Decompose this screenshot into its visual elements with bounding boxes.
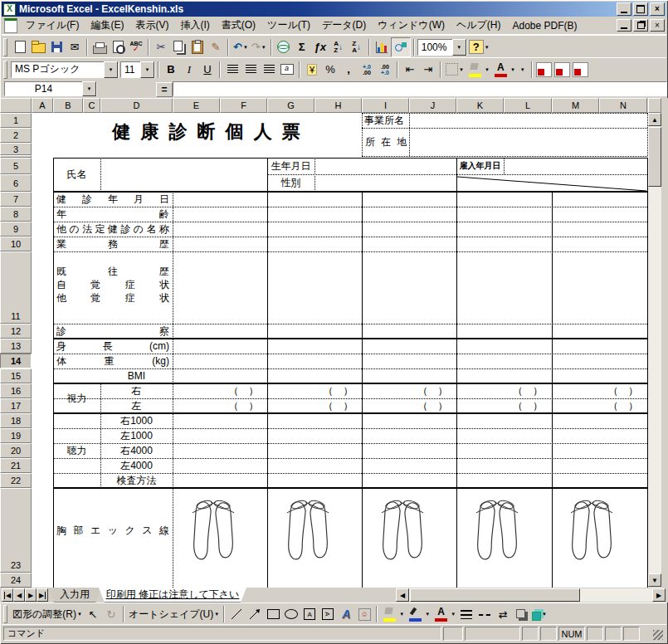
align-left-button[interactable]: [223, 61, 241, 79]
fill-color-button[interactable]: ▼: [466, 61, 491, 79]
column-header-e[interactable]: E: [173, 98, 220, 113]
font-size-dropdown-icon[interactable]: ▼: [140, 61, 154, 78]
menu-edit[interactable]: 編集(E): [85, 16, 129, 35]
row-header-21[interactable]: 21: [0, 458, 32, 473]
row-header-1[interactable]: 1: [0, 113, 32, 128]
column-header-g[interactable]: G: [267, 98, 314, 113]
percent-button[interactable]: %: [321, 61, 339, 79]
free-rotate-button[interactable]: ↻: [102, 605, 120, 623]
column-header-k[interactable]: K: [456, 98, 504, 113]
convert-to-pdf-review-button[interactable]: [572, 61, 590, 79]
row-header-15[interactable]: 15: [0, 368, 32, 383]
bold-button[interactable]: B: [162, 61, 180, 79]
undo-button[interactable]: ↶▼: [232, 38, 250, 56]
name-box-dropdown-icon[interactable]: ▼: [82, 81, 96, 96]
doc-minimize-button[interactable]: [617, 19, 631, 32]
align-center-button[interactable]: [241, 61, 260, 79]
zoom-dropdown-icon[interactable]: ▼: [452, 39, 466, 56]
select-objects-button[interactable]: ↖: [84, 605, 102, 623]
toolbar-grip[interactable]: [3, 605, 7, 623]
font-dropdown-icon[interactable]: ▼: [104, 61, 118, 78]
row-header-11[interactable]: 11: [0, 251, 32, 324]
workbook-icon[interactable]: [4, 18, 17, 33]
row-header-13[interactable]: 13: [0, 339, 32, 354]
row-header-20[interactable]: 20: [0, 443, 32, 458]
lung-diagram[interactable]: [189, 495, 237, 568]
tab-previous-button[interactable]: ◀: [13, 588, 25, 602]
row-header-5[interactable]: 5: [0, 158, 32, 174]
row-header-17[interactable]: 17: [0, 398, 32, 413]
row-header-22[interactable]: 22: [0, 473, 32, 488]
toolbar-grip[interactable]: [3, 38, 7, 56]
sheet-tab-print-active[interactable]: 印刷用 修正は注意して下さい: [99, 588, 246, 603]
font-size-combobox[interactable]: 11 ▼: [120, 61, 155, 78]
draw-menu-button[interactable]: 図形の調整(R)▼: [11, 605, 84, 623]
chart-wizard-button[interactable]: [373, 38, 391, 56]
menu-file[interactable]: ファイル(F): [20, 16, 85, 35]
title-bar[interactable]: X Microsoft Excel - ExcelKenshin.xls ×: [2, 2, 666, 17]
doc-restore-button[interactable]: [633, 19, 648, 32]
paste-button[interactable]: [188, 38, 207, 56]
maximize-button[interactable]: [633, 2, 648, 16]
text-box-button[interactable]: A: [300, 605, 319, 623]
underline-button[interactable]: U: [198, 61, 217, 79]
menu-view[interactable]: 表示(V): [129, 16, 174, 35]
column-header-l[interactable]: L: [504, 98, 552, 113]
autoshapes-menu-button[interactable]: オートシェイプ(U)▼: [127, 605, 221, 623]
row-header-8[interactable]: 8: [0, 207, 32, 222]
decrease-decimal-button[interactable]: .00+.0: [376, 61, 394, 79]
toolbar-grip[interactable]: [3, 61, 7, 79]
copy-button[interactable]: [170, 38, 188, 56]
column-header-c[interactable]: C: [83, 98, 100, 113]
column-header-b[interactable]: B: [53, 98, 83, 113]
increase-indent-button[interactable]: ⇥: [419, 61, 437, 79]
lung-diagram[interactable]: [568, 495, 616, 568]
column-header-m[interactable]: M: [552, 98, 599, 113]
lung-diagram[interactable]: [473, 495, 521, 568]
line-button[interactable]: [227, 605, 246, 623]
sheet-tab-input[interactable]: 入力用: [48, 588, 101, 603]
menu-adobe-pdf[interactable]: Adobe PDF(B): [506, 17, 583, 34]
column-header-a[interactable]: A: [32, 98, 53, 113]
row-header-14-selected[interactable]: 14: [0, 354, 32, 368]
help-button[interactable]: ? ▼: [467, 38, 491, 56]
shadow-button[interactable]: [512, 605, 530, 623]
scroll-right-button[interactable]: ▶: [652, 588, 666, 602]
horizontal-scrollbar-thumb[interactable]: [410, 588, 580, 602]
row-header-9[interactable]: 9: [0, 222, 32, 237]
font-name-combobox[interactable]: MS Pゴシック ▼: [11, 61, 119, 78]
lung-diagram[interactable]: [284, 495, 332, 568]
scroll-left-button[interactable]: ◀: [396, 588, 409, 602]
email-button[interactable]: ✉: [66, 38, 84, 56]
vertical-scrollbar[interactable]: ▲ ▼: [648, 113, 661, 588]
column-header-n[interactable]: N: [599, 98, 647, 113]
font-color-button-drawing[interactable]: A▼: [432, 605, 457, 623]
menu-tools[interactable]: ツール(T): [261, 16, 316, 35]
line-style-button[interactable]: [457, 605, 475, 623]
line-color-button[interactable]: ▼: [406, 605, 432, 623]
column-header-i[interactable]: I: [362, 98, 409, 113]
horizontal-scrollbar[interactable]: ◀ ▶: [396, 588, 666, 602]
rectangle-button[interactable]: [264, 605, 282, 623]
row-header-23[interactable]: 23: [0, 488, 32, 573]
row-header-7[interactable]: 7: [0, 192, 32, 207]
minimize-button[interactable]: [617, 2, 631, 16]
column-header-d[interactable]: D: [100, 98, 173, 113]
row-header-16[interactable]: 16: [0, 383, 32, 398]
cut-button[interactable]: ✂: [152, 38, 170, 56]
align-right-button[interactable]: [260, 61, 278, 79]
equals-button[interactable]: =: [156, 82, 173, 97]
format-painter-button[interactable]: ✎: [207, 38, 225, 56]
save-button[interactable]: [47, 38, 66, 56]
toolbar-options-icon[interactable]: ▼: [520, 67, 525, 72]
comma-button[interactable]: ,: [339, 61, 358, 79]
row-header-2[interactable]: 2: [0, 128, 32, 143]
row-header-18[interactable]: 18: [0, 413, 32, 428]
font-color-button[interactable]: A▼: [491, 61, 517, 79]
close-button[interactable]: ×: [650, 2, 665, 16]
threed-button[interactable]: ▼: [530, 605, 549, 623]
name-box[interactable]: P14 ▼: [4, 81, 97, 96]
wordart-button[interactable]: A: [337, 605, 355, 623]
clip-art-button[interactable]: ☺: [355, 605, 373, 623]
sort-descending-button[interactable]: ZA↓: [348, 38, 366, 56]
